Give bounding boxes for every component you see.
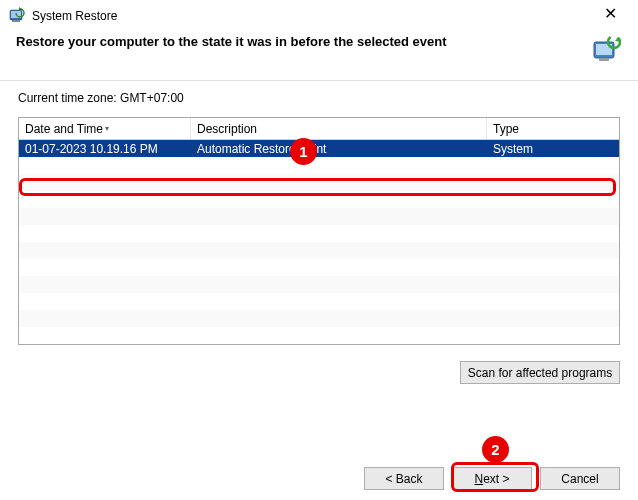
back-label: < Back: [385, 472, 422, 486]
footer-buttons: < Back Next > Cancel: [364, 467, 620, 490]
table-row[interactable]: [19, 208, 619, 225]
table-row[interactable]: [19, 242, 619, 259]
header: Restore your computer to the state it wa…: [0, 28, 638, 74]
restore-points-table: Date and Time ▾ Description Type 01-07-2…: [18, 117, 620, 345]
annotation-badge-2: 2: [482, 436, 509, 463]
column-date[interactable]: Date and Time ▾: [19, 118, 191, 139]
header-subtitle: Restore your computer to the state it wa…: [16, 34, 580, 49]
cell-type: System: [487, 141, 619, 157]
table-row[interactable]: [19, 225, 619, 242]
column-date-label: Date and Time: [25, 122, 103, 136]
column-type-label: Type: [493, 122, 519, 136]
scan-button[interactable]: Scan for affected programs: [460, 361, 620, 384]
table-row[interactable]: 01-07-2023 10.19.16 PM Automatic Restore…: [19, 140, 619, 157]
back-button[interactable]: < Back: [364, 467, 444, 490]
svg-rect-2: [12, 20, 20, 22]
table-row[interactable]: [19, 157, 619, 174]
close-button[interactable]: ✕: [590, 6, 630, 26]
table-body: 01-07-2023 10.19.16 PM Automatic Restore…: [19, 140, 619, 344]
window-title: System Restore: [32, 9, 117, 23]
next-button[interactable]: Next >: [452, 467, 532, 490]
table-row[interactable]: [19, 191, 619, 208]
titlebar: System Restore ✕: [0, 0, 638, 28]
table-row[interactable]: [19, 293, 619, 310]
svg-rect-6: [599, 58, 609, 61]
restore-wizard-icon: [590, 34, 622, 66]
cell-desc: Automatic Restore Point: [191, 141, 487, 157]
next-label: N: [474, 472, 483, 486]
cancel-button[interactable]: Cancel: [540, 467, 620, 490]
table-header: Date and Time ▾ Description Type: [19, 118, 619, 140]
chevron-down-icon: ▾: [105, 124, 109, 133]
column-desc-label: Description: [197, 122, 257, 136]
table-row[interactable]: [19, 174, 619, 191]
divider: [0, 80, 638, 81]
table-row[interactable]: [19, 259, 619, 276]
table-row[interactable]: [19, 310, 619, 327]
system-restore-icon: [8, 7, 26, 25]
table-row[interactable]: [19, 327, 619, 344]
cell-date: 01-07-2023 10.19.16 PM: [19, 141, 191, 157]
table-row[interactable]: [19, 276, 619, 293]
column-description[interactable]: Description: [191, 118, 487, 139]
timezone-label: Current time zone: GMT+07:00: [18, 91, 620, 105]
column-type[interactable]: Type: [487, 118, 619, 139]
